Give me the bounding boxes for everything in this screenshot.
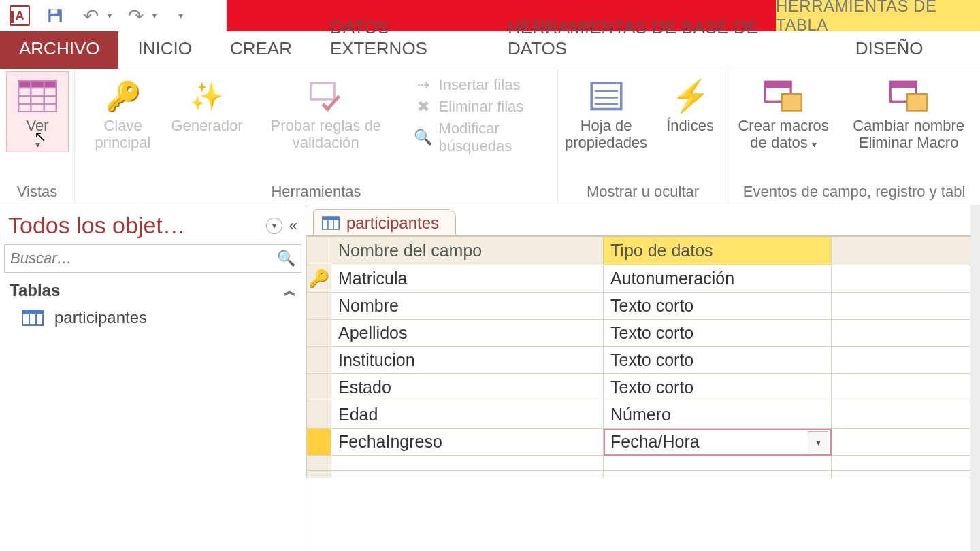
table-row[interactable] — [307, 471, 980, 478]
tab-external-data[interactable]: DATOS EXTERNOS — [311, 10, 489, 69]
row-selector[interactable] — [307, 320, 331, 347]
field-name-cell[interactable] — [331, 456, 604, 463]
indexes-button[interactable]: ⚡ Índices — [659, 72, 721, 134]
col-data-type[interactable]: Tipo de datos — [604, 237, 832, 265]
search-input[interactable] — [10, 250, 273, 267]
nav-group-tables[interactable]: Tablas ︽ — [4, 276, 301, 301]
empty-cell — [832, 347, 980, 374]
datasheet-icon — [18, 76, 57, 116]
row-selector[interactable] — [307, 401, 331, 429]
search-icon[interactable]: 🔍 — [277, 250, 295, 267]
row-selector[interactable] — [307, 463, 331, 471]
nav-group-label: Tablas — [10, 281, 60, 300]
tab-database-tools[interactable]: HERRAMIENTAS DE BASE DE DATOS — [489, 10, 798, 69]
nav-search[interactable]: 🔍 — [4, 244, 301, 273]
delete-rows-icon: ✖ — [414, 98, 432, 116]
col-extra — [832, 237, 980, 265]
redo-button[interactable]: ↷ — [124, 4, 147, 27]
tab-home[interactable]: INICIO — [118, 31, 210, 69]
group-show-hide: Hoja de propiedades ⚡ Índices Mostrar u … — [558, 69, 728, 205]
undo-button[interactable]: ↶ — [79, 4, 102, 27]
contextual-tab-title: HERRAMIENTAS DE TABLA — [776, 0, 980, 31]
row-selector[interactable] — [307, 471, 331, 478]
collapse-pane-button[interactable]: « — [289, 217, 297, 235]
table-row[interactable]: FechaIngresoFecha/Hora▾ — [307, 429, 980, 456]
table-row[interactable]: NombreTexto corto — [307, 293, 980, 320]
property-sheet-button[interactable]: Hoja de propiedades — [565, 72, 647, 152]
row-selector[interactable] — [307, 347, 331, 374]
tab-file[interactable]: ARCHIVO — [0, 31, 118, 69]
save-button[interactable] — [44, 4, 67, 27]
empty-cell — [832, 429, 980, 456]
data-type-cell[interactable]: Fecha/Hora▾ — [604, 429, 832, 456]
row-selector[interactable]: 🔑 — [307, 265, 331, 293]
field-name-cell[interactable]: Edad — [331, 401, 604, 429]
table-row[interactable]: EstadoTexto corto — [307, 374, 980, 401]
data-type-cell[interactable] — [604, 463, 832, 471]
header-row: Nombre del campo Tipo de datos — [307, 237, 980, 265]
field-name-cell[interactable]: Nombre — [331, 293, 604, 320]
rename-delete-macro-button[interactable]: Cambiar nombre Eliminar Macro — [844, 72, 973, 152]
field-name-cell[interactable] — [331, 463, 604, 471]
field-name-cell[interactable] — [331, 471, 604, 478]
validate-icon — [306, 76, 346, 116]
doc-tab-label: participantes — [346, 214, 439, 233]
test-validation-rules-button[interactable]: Probar reglas de validación — [250, 72, 402, 152]
data-type-cell[interactable]: Número — [604, 401, 832, 429]
vertical-scrollbar[interactable] — [970, 205, 980, 551]
data-type-cell[interactable]: Texto corto — [604, 374, 832, 401]
modify-lookups-button[interactable]: 🔍Modificar búsquedas — [414, 120, 551, 155]
data-type-cell[interactable] — [604, 456, 832, 463]
row-selector-header — [307, 237, 331, 265]
create-data-macros-button[interactable]: Crear macros de datos ▾ — [735, 72, 832, 152]
tab-create[interactable]: CREAR — [211, 31, 311, 69]
view-button[interactable]: Ver▾ — [7, 72, 68, 152]
design-grid[interactable]: Nombre del campo Tipo de datos 🔑Matricul… — [306, 235, 980, 551]
svg-rect-10 — [591, 83, 621, 110]
builder-button[interactable]: ✨ Generador — [176, 72, 238, 134]
field-name-cell[interactable]: Matricula — [331, 265, 604, 293]
field-name-cell[interactable]: FechaIngreso — [331, 429, 604, 456]
table-row[interactable]: EdadNúmero — [307, 401, 980, 429]
table-icon — [22, 310, 44, 326]
svg-rect-15 — [765, 82, 791, 88]
insert-rows-button[interactable]: ⇢Insertar filas — [414, 76, 551, 94]
table-row[interactable]: ApellidosTexto corto — [307, 320, 980, 347]
row-selector[interactable] — [307, 456, 331, 463]
table-row[interactable] — [307, 463, 980, 471]
field-name-cell[interactable]: Institucion — [331, 347, 604, 374]
access-app-icon[interactable]: A — [8, 4, 31, 27]
data-type-cell[interactable]: Autonumeración — [604, 265, 832, 293]
main-area: participantes Nombre del campo Tipo de d… — [306, 205, 980, 551]
data-type-cell[interactable]: Texto corto — [604, 320, 832, 347]
group-views: Ver▾ Vistas — [0, 69, 75, 205]
nav-item-participantes[interactable]: participantes — [4, 304, 301, 331]
doc-tab-participantes[interactable]: participantes — [313, 209, 456, 235]
field-name-cell[interactable]: Apellidos — [331, 320, 604, 347]
tab-design[interactable]: DISEÑO — [798, 31, 980, 69]
delete-rows-button[interactable]: ✖Eliminar filas — [414, 98, 551, 116]
workspace: Todos los objet… ▾ « 🔍 Tablas ︽ particip… — [0, 205, 980, 551]
col-field-name[interactable]: Nombre del campo — [331, 237, 604, 265]
nav-header[interactable]: Todos los objet… ▾ « — [4, 210, 301, 241]
table-row[interactable]: InstitucionTexto corto — [307, 347, 980, 374]
svg-rect-18 — [890, 82, 916, 88]
chevron-down-icon[interactable]: ▾ — [266, 218, 282, 234]
key-icon: 🔑 — [103, 76, 143, 116]
primary-key-button[interactable]: 🔑 Clave principal — [82, 72, 164, 152]
row-selector[interactable] — [307, 293, 331, 320]
datatype-dropdown-button[interactable]: ▾ — [808, 431, 828, 452]
empty-cell — [832, 463, 980, 471]
row-selector[interactable] — [307, 374, 331, 401]
data-type-cell[interactable]: Texto corto — [604, 293, 832, 320]
data-type-cell[interactable] — [604, 471, 832, 478]
row-selector[interactable] — [307, 429, 331, 456]
table-macro2-icon — [889, 76, 928, 116]
data-type-cell[interactable]: Texto corto — [604, 347, 832, 374]
qat-customize-button[interactable]: ▾ — [169, 4, 192, 27]
table-row[interactable] — [307, 456, 980, 463]
empty-cell — [832, 265, 980, 293]
table-row[interactable]: 🔑MatriculaAutonumeración — [307, 265, 980, 293]
field-name-cell[interactable]: Estado — [331, 374, 604, 401]
wand-icon: ✨ — [187, 76, 227, 116]
